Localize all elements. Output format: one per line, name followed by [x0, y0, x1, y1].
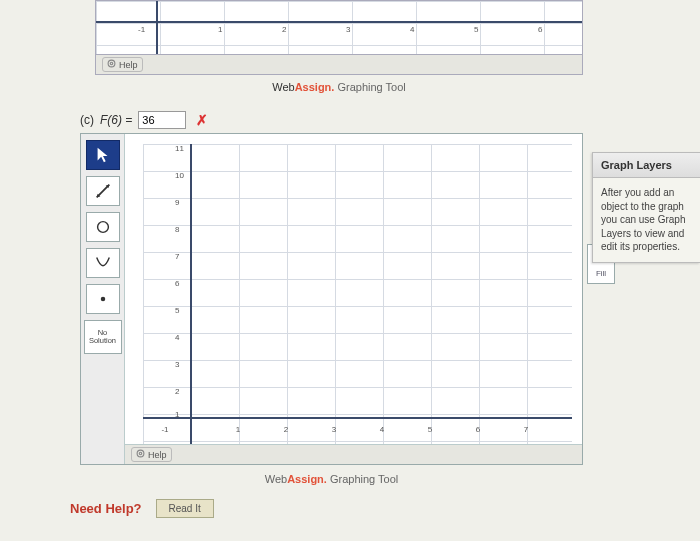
webassign-caption-top: WebAssign. Graphing Tool	[95, 75, 583, 111]
xtick: 3	[332, 425, 336, 434]
ytick: 4	[175, 333, 179, 342]
top-xtick: 4	[410, 25, 414, 34]
xtick: 5	[428, 425, 432, 434]
ytick: 6	[175, 279, 179, 288]
svg-point-0	[108, 60, 115, 67]
top-xtick: 3	[346, 25, 350, 34]
top-xtick: 1	[218, 25, 222, 34]
graphing-tool: No Solution 11 10 9 8 7 6 5 4 3 2 1 -1 1…	[80, 133, 583, 465]
ytick: 9	[175, 198, 179, 207]
ytick: 11	[175, 144, 184, 153]
top-xtick: -1	[138, 25, 145, 34]
xtick: 4	[380, 425, 384, 434]
help-button-top[interactable]: Help	[102, 57, 143, 72]
plot-footer: Help	[125, 444, 582, 464]
function-label: F(6) =	[100, 113, 132, 127]
graph-layers-panel: Graph Layers After you add an object to …	[592, 152, 700, 263]
ytick: 5	[175, 306, 179, 315]
help-button-plot[interactable]: Help	[131, 447, 172, 462]
top-xtick: 2	[282, 25, 286, 34]
fill-label: Fill	[596, 269, 606, 278]
tool-line[interactable]	[86, 176, 120, 206]
part-label: (c)	[80, 113, 94, 127]
xtick: 2	[284, 425, 288, 434]
top-graph-footer: Help	[95, 55, 583, 75]
graph-layers-title: Graph Layers	[593, 153, 700, 178]
tool-circle[interactable]	[86, 212, 120, 242]
top-mini-graph: -1 1 2 3 4 5 6	[95, 0, 583, 55]
tool-point[interactable]	[86, 284, 120, 314]
xtick: 7	[524, 425, 528, 434]
ytick: 10	[175, 171, 184, 180]
read-it-button[interactable]: Read It	[156, 499, 214, 518]
ytick: 1	[175, 410, 179, 419]
svg-point-8	[139, 452, 141, 454]
ytick: 7	[175, 252, 179, 261]
xtick: -1	[161, 425, 168, 434]
top-xtick: 6	[538, 25, 542, 34]
graph-layers-body: After you add an object to the graph you…	[593, 178, 700, 262]
top-xtick: 5	[474, 25, 478, 34]
ytick: 8	[175, 225, 179, 234]
webassign-caption-main: WebAssign. Graphing Tool	[80, 465, 583, 499]
ytick: 2	[175, 387, 179, 396]
need-help-label: Need Help?	[70, 501, 142, 516]
svg-point-1	[110, 62, 112, 64]
tool-pointer[interactable]	[86, 140, 120, 170]
svg-point-5	[97, 222, 108, 233]
help-label: Help	[119, 60, 138, 70]
xtick: 6	[476, 425, 480, 434]
xtick: 1	[236, 425, 240, 434]
lifebuoy-icon	[107, 59, 116, 70]
answer-input[interactable]	[138, 111, 186, 129]
help-label: Help	[148, 450, 167, 460]
svg-point-7	[137, 450, 144, 457]
wrong-icon: ✗	[196, 112, 208, 128]
svg-point-6	[100, 297, 105, 302]
lifebuoy-icon	[136, 449, 145, 460]
tool-no-solution[interactable]: No Solution	[84, 320, 122, 354]
tool-parabola[interactable]	[86, 248, 120, 278]
question-row: (c) F(6) = ✗	[80, 111, 690, 129]
plot-area[interactable]: 11 10 9 8 7 6 5 4 3 2 1 -1 1 2 3 4 5 6 7	[125, 134, 582, 464]
ytick: 3	[175, 360, 179, 369]
tool-palette: No Solution	[81, 134, 125, 464]
need-help-row: Need Help? Read It	[70, 499, 690, 518]
